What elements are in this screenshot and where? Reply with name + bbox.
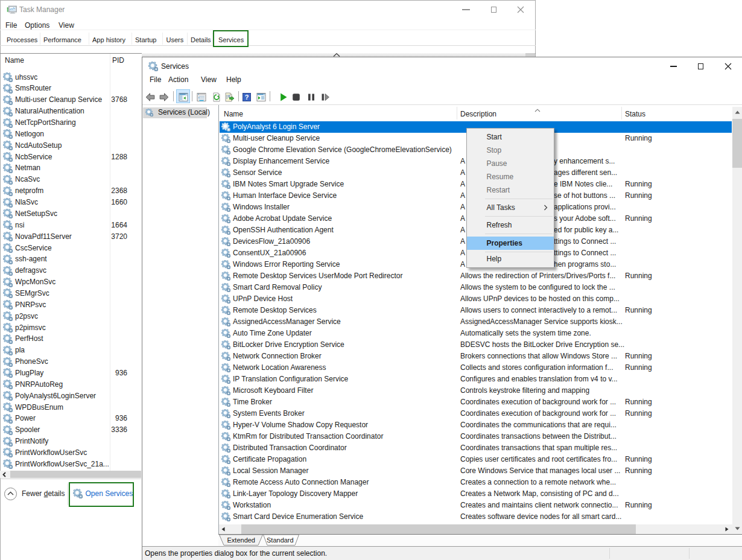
svg-text:?: ? [245,94,249,101]
svg-text:Standard: Standard [267,536,294,544]
svg-text:Extended: Extended [227,536,255,544]
